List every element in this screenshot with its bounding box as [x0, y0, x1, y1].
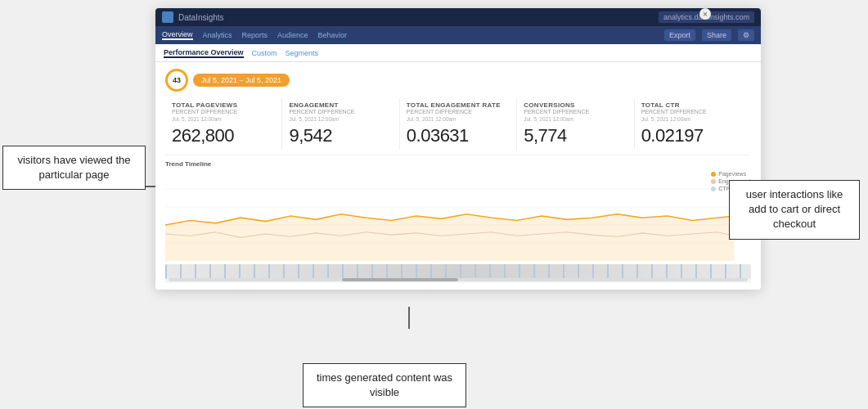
annotation-bottom-text: times generated content was visible [317, 371, 452, 398]
title-bar: DataInsights analytics.datainsights.com [155, 8, 761, 26]
metric-sublabel-engagement: PERCENT DIFFERENCE [289, 109, 392, 115]
chart-container: Pageviews Engagement CTR [165, 171, 751, 261]
metric-label-pageviews: Total Pageviews [172, 101, 275, 109]
nav-btn-share[interactable]: Share [702, 29, 731, 41]
app-logo [162, 11, 173, 23]
metric-sublabel-pageviews: PERCENT DIFFERENCE [172, 109, 275, 115]
metric-value-eng-rate: 0.03631 [407, 125, 510, 146]
trend-chart [165, 171, 751, 261]
nav-item-reports[interactable]: Reports [242, 31, 268, 39]
metric-label-ctr: Total CTR [641, 101, 744, 109]
metric-value-conversions: 5,774 [524, 125, 627, 146]
legend-dot-pageviews [711, 172, 716, 177]
annotation-left-text: visitors have viewed the particular page [17, 154, 130, 181]
metric-date-ctr: Jul. 5, 2021 12:00am [641, 116, 744, 122]
nav-item-audience[interactable]: Audience [277, 31, 308, 39]
annotation-right-text: user interactions like add to cart or di… [746, 188, 843, 230]
nav-item-overview[interactable]: Overview [162, 30, 193, 40]
metric-engagement-rate: Total Engagement Rate PERCENT DIFFERENCE… [400, 98, 517, 150]
metric-date-pageviews: Jul. 5, 2021 12:00am [172, 116, 275, 122]
dashboard-window: DataInsights analytics.datainsights.com … [155, 8, 761, 290]
close-button[interactable]: × [699, 8, 711, 20]
app-title: DataInsights [178, 13, 224, 22]
sub-nav-segments[interactable]: Segments [286, 49, 319, 57]
metric-date-engagement: Jul. 5, 2021 12:00am [289, 116, 392, 122]
nav-btn-settings[interactable]: ⚙ [738, 29, 754, 41]
timeline-bar [165, 264, 751, 279]
metric-label-engagement: Engagement [289, 101, 392, 109]
metric-sublabel-ctr: PERCENT DIFFERENCE [641, 109, 744, 115]
timeline-bar-inner [165, 264, 751, 279]
date-circle: 43 [165, 69, 188, 92]
nav-right-buttons: Export Share ⚙ [664, 29, 754, 41]
metric-value-pageviews: 262,800 [172, 125, 275, 146]
svg-marker-8 [165, 214, 735, 261]
nav-item-behavior[interactable]: Behavior [318, 31, 348, 39]
legend-item-pageviews: Pageviews [711, 171, 751, 177]
metric-value-ctr: 0.02197 [641, 125, 744, 146]
metric-value-engagement: 9,542 [289, 125, 392, 146]
date-badge[interactable]: Jul 5, 2021 – Jul 5, 2021 [193, 74, 290, 87]
annotation-bottom: times generated content was visible [303, 363, 466, 407]
metric-label-eng-rate: Total Engagement Rate [407, 101, 510, 109]
legend-label-pageviews: Pageviews [718, 171, 746, 177]
sub-nav-custom[interactable]: Custom [252, 49, 277, 57]
metric-date-conversions: Jul. 5, 2021 12:00am [524, 116, 627, 122]
metric-ctr: Total CTR PERCENT DIFFERENCE Jul. 5, 202… [635, 98, 751, 150]
date-range-row: 43 Jul 5, 2021 – Jul 5, 2021 [165, 69, 751, 92]
nav-btn-export[interactable]: Export [664, 29, 695, 41]
nav-bar: Overview Analytics Reports Audience Beha… [155, 26, 761, 44]
metric-total-pageviews: Total Pageviews PERCENT DIFFERENCE Jul. … [165, 98, 282, 150]
legend-dot-engagement [711, 179, 716, 184]
chart-area: Trend Timeline [165, 160, 751, 275]
metrics-row: Total Pageviews PERCENT DIFFERENCE Jul. … [165, 98, 751, 155]
nav-item-analytics[interactable]: Analytics [203, 31, 232, 39]
metric-conversions: Conversions PERCENT DIFFERENCE Jul. 5, 2… [517, 98, 634, 150]
metric-sublabel-conversions: PERCENT DIFFERENCE [524, 109, 627, 115]
scrollbar-thumb[interactable] [342, 278, 458, 281]
annotation-left: visitors have viewed the particular page [2, 146, 146, 190]
metric-date-eng-rate: Jul. 5, 2021 12:00am [407, 116, 510, 122]
metric-sublabel-eng-rate: PERCENT DIFFERENCE [407, 109, 510, 115]
legend-dot-ctr [711, 187, 716, 191]
chart-title: Trend Timeline [165, 160, 751, 168]
scrollbar-track [169, 278, 748, 281]
annotation-right: user interactions like add to cart or di… [729, 180, 860, 240]
metric-label-conversions: Conversions [524, 101, 627, 109]
metric-engagement: Engagement PERCENT DIFFERENCE Jul. 5, 20… [282, 98, 399, 150]
sub-nav: Performance Overview Custom Segments [155, 44, 761, 62]
sub-nav-performance[interactable]: Performance Overview [164, 48, 244, 58]
content-area: 43 Jul 5, 2021 – Jul 5, 2021 Total Pagev… [155, 62, 761, 290]
